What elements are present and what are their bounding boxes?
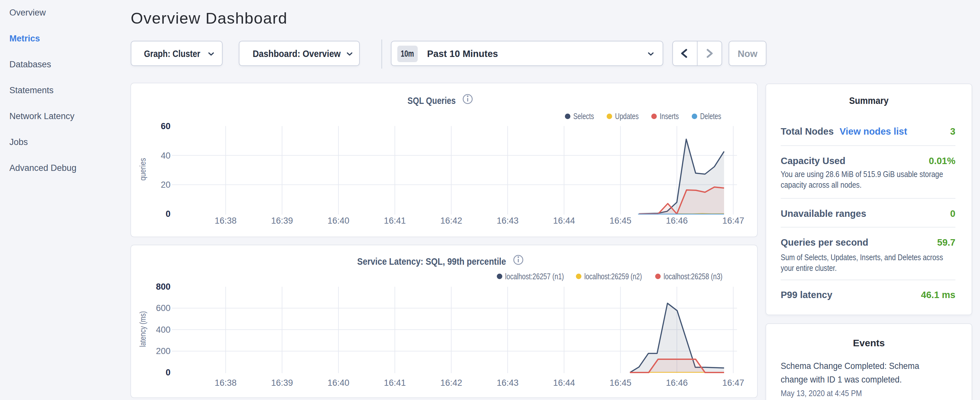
svg-text:16:46: 16:46	[666, 378, 688, 388]
svg-text:Selects: Selects	[573, 112, 594, 121]
svg-text:Inserts: Inserts	[660, 112, 679, 121]
svg-text:16:39: 16:39	[271, 378, 293, 388]
svg-text:Deletes: Deletes	[700, 112, 721, 121]
svg-text:0: 0	[165, 368, 170, 377]
svg-text:16:43: 16:43	[496, 378, 519, 388]
svg-text:16:47: 16:47	[722, 378, 745, 388]
svg-text:16:38: 16:38	[215, 216, 237, 226]
svg-text:16:44: 16:44	[553, 216, 575, 226]
svg-text:400: 400	[156, 325, 170, 335]
svg-text:600: 600	[156, 303, 170, 313]
svg-text:localhost:26257 (n1): localhost:26257 (n1)	[505, 271, 564, 281]
svg-text:16:42: 16:42	[440, 216, 462, 226]
svg-text:16:42: 16:42	[440, 378, 462, 388]
svg-text:16:39: 16:39	[271, 216, 293, 226]
svg-text:localhost:26259 (n2): localhost:26259 (n2)	[584, 271, 642, 281]
svg-text:16:45: 16:45	[609, 378, 632, 388]
svg-text:latency (ms): latency (ms)	[138, 311, 147, 347]
svg-text:Service Latency: SQL, 99th per: Service Latency: SQL, 99th percentile	[357, 256, 506, 267]
svg-text:0: 0	[165, 209, 170, 219]
svg-text:16:40: 16:40	[328, 216, 349, 226]
svg-text:60: 60	[161, 121, 170, 131]
svg-text:200: 200	[156, 346, 170, 356]
svg-text:16:43: 16:43	[496, 216, 519, 226]
svg-text:16:41: 16:41	[384, 378, 406, 388]
svg-text:16:44: 16:44	[553, 378, 575, 388]
svg-text:800: 800	[156, 282, 170, 292]
svg-text:localhost:26258 (n3): localhost:26258 (n3)	[663, 271, 722, 281]
svg-text:Updates: Updates	[615, 112, 639, 121]
svg-text:16:46: 16:46	[666, 216, 688, 226]
svg-text:16:38: 16:38	[215, 378, 237, 388]
svg-text:16:41: 16:41	[384, 216, 406, 226]
svg-text:queries: queries	[138, 158, 147, 180]
svg-text:40: 40	[161, 151, 170, 161]
svg-text:16:45: 16:45	[609, 216, 632, 226]
svg-text:16:47: 16:47	[722, 216, 745, 226]
svg-text:20: 20	[161, 180, 170, 190]
svg-text:SQL Queries: SQL Queries	[408, 95, 456, 106]
svg-text:16:40: 16:40	[328, 378, 349, 388]
